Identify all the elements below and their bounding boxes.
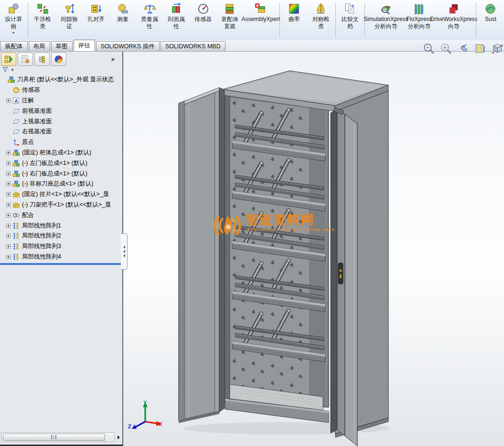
- ribbon-button-label: 例: [11, 23, 16, 30]
- tree-expand-box[interactable]: [6, 192, 11, 196]
- tree-item-assembly[interactable]: (-) 非标刀座总成<1> (默认): [0, 179, 122, 189]
- tree-item-sensor[interactable]: 传感器: [0, 85, 122, 96]
- cabinet-3d-model[interactable]: [123, 52, 504, 446]
- filter-caret-icon[interactable]: ▼: [11, 68, 14, 72]
- tree-filter-row[interactable]: ▼: [0, 66, 122, 74]
- ribbon-button-label: 间隙验: [61, 16, 78, 23]
- tab-草图[interactable]: 草图: [51, 41, 73, 51]
- ribbon-button-label: 对称检: [312, 16, 330, 23]
- filter-funnel-icon[interactable]: [2, 66, 9, 75]
- scrollbar-right-arrow[interactable]: [118, 435, 120, 439]
- tree-item-annotation[interactable]: A注解: [0, 96, 122, 106]
- tree-item-label: 局部线性阵列1: [22, 222, 61, 230]
- sensor-icon: [196, 1, 210, 16]
- configuration-manager-icon: [37, 54, 47, 64]
- tab-SOLIDWORKS MBD[interactable]: SOLIDWORKS MBD: [161, 41, 225, 51]
- rollback-bar[interactable]: [0, 263, 122, 265]
- panel-tabs-overflow-button[interactable]: »: [111, 55, 115, 63]
- panel-tab-display-manager[interactable]: [51, 53, 66, 66]
- ribbon-button-section-properties[interactable]: 剖面属性: [163, 0, 190, 40]
- tree-item-plane[interactable]: 前视基准面: [0, 106, 122, 116]
- tree-item-origin[interactable]: 原点: [0, 137, 122, 148]
- tree-item-pattern[interactable]: 局部线性阵列1: [0, 220, 122, 231]
- ribbon-button-clearance-verify[interactable]: 间隙验证: [56, 0, 83, 40]
- tree-item-plane[interactable]: 右视基准面: [0, 127, 122, 137]
- compare-documents-icon: ?: [343, 1, 357, 16]
- tree-item-plane[interactable]: 上视基准面: [0, 116, 122, 127]
- ribbon-button-label: 质量属: [141, 16, 158, 23]
- previous-view-icon[interactable]: [457, 42, 470, 55]
- tree-expand-box[interactable]: [6, 161, 11, 165]
- graphics-area[interactable]: 智造资料网 INTELLIGENT MANUFACTURING DATA Y X…: [123, 52, 504, 446]
- tab-SOLIDWORKS 插件[interactable]: SOLIDWORKS 插件: [96, 41, 160, 51]
- tree-expand-box[interactable]: [6, 203, 11, 207]
- ribbon-group-separator: [279, 2, 280, 37]
- curvature-icon: [287, 1, 301, 16]
- interference-check-icon: [35, 1, 50, 16]
- tree-item-pattern[interactable]: 局部线性阵列2: [0, 231, 122, 241]
- ribbon-button-interference-check[interactable]: 干涉检查: [29, 0, 56, 40]
- tree-expand-box[interactable]: [6, 151, 11, 155]
- tree-expand-box[interactable]: [6, 255, 11, 259]
- ribbon-button-floxpress[interactable]: FloXpress分析向导: [406, 0, 433, 40]
- ribbon-button-label: 传感器: [194, 16, 212, 23]
- tree-expand-box[interactable]: [6, 244, 11, 249]
- scrollbar-grip[interactable]: [51, 435, 57, 439]
- view-orientation-icon[interactable]: [491, 42, 504, 55]
- tree-expand-box[interactable]: [6, 182, 11, 186]
- ribbon-button-sensor[interactable]: 传感器: [190, 0, 216, 40]
- tab-装配体[interactable]: 装配体: [0, 41, 28, 51]
- ribbon-button-label: FloXpress: [407, 16, 432, 23]
- ribbon-button-symmetry-check[interactable]: 对称检查: [308, 0, 334, 40]
- tree-item-assembly[interactable]: (-) 右门板总成<1> (默认): [0, 168, 122, 179]
- simulationxpress-icon: [379, 1, 393, 16]
- tree-expand-box[interactable]: [6, 224, 11, 228]
- pattern-icon: [12, 232, 20, 239]
- ribbon-button-sustainability[interactable]: Sust: [477, 0, 504, 40]
- tree-expand-box[interactable]: [6, 172, 11, 176]
- driveworksxpress-icon: [447, 1, 461, 16]
- tree-item-pattern[interactable]: 局部线性阵列3: [0, 241, 122, 252]
- tree-item-pattern[interactable]: 局部线性阵列4: [0, 252, 122, 262]
- scrollbar-thumb[interactable]: [3, 434, 105, 441]
- tree-expand-box[interactable]: [6, 98, 11, 103]
- panel-tab-property-manager[interactable]: [18, 53, 33, 66]
- pattern-icon: [12, 243, 20, 250]
- ribbon-button-label: DriveWorksXpress: [430, 16, 477, 23]
- tree-item-assembly[interactable]: (固定) 柜体总成<1> (默认): [0, 148, 122, 158]
- tree-item-assembly[interactable]: (-) 左门板总成<1> (默认): [0, 158, 122, 168]
- origin-icon: [12, 139, 20, 146]
- panel-tab-configuration-manager[interactable]: [34, 53, 50, 66]
- ribbon-button-driveworksxpress[interactable]: DriveWorksXpress向导: [433, 0, 475, 40]
- heads-up-view-toolbar: ▼: [422, 42, 504, 55]
- ribbon-button-simulationxpress[interactable]: SimulationXpress分析向导: [366, 0, 406, 40]
- tree-item-mates[interactable]: 配合: [0, 210, 122, 220]
- ribbon-button-design-study[interactable]: 设计算例▼: [0, 0, 27, 40]
- tree-expand-box[interactable]: [6, 234, 11, 238]
- ribbon-button-mass-properties[interactable]: 质量属性: [136, 0, 163, 40]
- tree-item-part[interactable]: (固定) 挂片<1> (默认<<默认>_显: [0, 189, 122, 200]
- property-manager-icon: [21, 54, 30, 64]
- panel-tab-feature-manager-tree[interactable]: [1, 53, 16, 66]
- ribbon-button-curvature[interactable]: 曲率: [281, 0, 308, 40]
- ribbon-button-assembly-xpert[interactable]: AssemblyXpert: [243, 0, 279, 40]
- tab-布局[interactable]: 布局: [29, 41, 50, 51]
- section-view-icon[interactable]: [474, 42, 487, 55]
- tab-评估[interactable]: 评估: [74, 40, 95, 51]
- ribbon-button-measure[interactable]: 测量: [109, 0, 136, 40]
- zoom-fit-icon[interactable]: [422, 42, 435, 55]
- tree-item-root[interactable]: 刀具柜 (默认<<默认>_外观 显示状态: [0, 75, 122, 85]
- tree-item-label: 前视基准面: [22, 107, 52, 115]
- panel-splitter-handle[interactable]: [121, 233, 128, 270]
- annotation-icon: A: [12, 97, 20, 104]
- plane-icon: [12, 108, 20, 115]
- ribbon-button-assembly-visualization[interactable]: 装配体直观: [216, 0, 243, 40]
- ribbon-button-label: 设计算: [5, 16, 22, 23]
- panel-horizontal-scrollbar[interactable]: [1, 432, 115, 442]
- ribbon-button-compare-documents[interactable]: ?比较文档: [337, 0, 364, 40]
- ribbon-button-hole-align[interactable]: 孔对齐: [83, 0, 109, 40]
- zoom-area-icon[interactable]: [440, 42, 452, 55]
- tree-item-part[interactable]: (-) 刀架把手<1> (默认<<默认>_显: [0, 200, 122, 210]
- dropdown-caret-icon[interactable]: ▼: [12, 31, 15, 34]
- tree-expand-box[interactable]: [6, 213, 11, 218]
